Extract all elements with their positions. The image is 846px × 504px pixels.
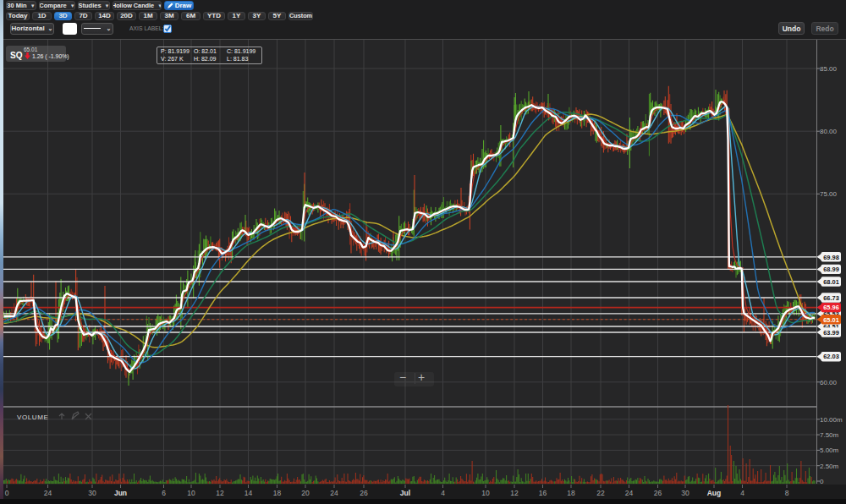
svg-text:75.00: 75.00: [820, 190, 838, 198]
svg-text:24: 24: [625, 489, 634, 497]
svg-text:8: 8: [785, 489, 789, 497]
svg-text:22: 22: [596, 489, 605, 497]
svg-text:80.00: 80.00: [820, 128, 838, 135]
svg-text:26: 26: [654, 489, 662, 497]
svg-text:65.01: 65.01: [823, 316, 839, 324]
svg-text:18: 18: [273, 489, 282, 497]
svg-text:63.99: 63.99: [823, 329, 839, 337]
svg-text:68.01: 68.01: [823, 278, 839, 286]
svg-text:62.03: 62.03: [823, 353, 839, 360]
svg-text:30: 30: [88, 489, 96, 497]
svg-text:69.98: 69.98: [823, 254, 839, 261]
svg-text:0: 0: [820, 478, 824, 485]
svg-text:Aug: Aug: [707, 489, 722, 497]
svg-text:65.96: 65.96: [823, 304, 839, 311]
svg-text:Jun: Jun: [114, 489, 127, 497]
svg-text:7.50m: 7.50m: [820, 431, 839, 439]
svg-text:24: 24: [330, 489, 338, 497]
svg-text:24: 24: [44, 489, 52, 497]
svg-text:60.00: 60.00: [820, 379, 838, 386]
svg-text:18: 18: [567, 489, 575, 497]
svg-text:85.00: 85.00: [820, 65, 838, 73]
svg-text:5.00m: 5.00m: [820, 446, 839, 454]
svg-text:16: 16: [539, 489, 547, 497]
svg-text:66.73: 66.73: [823, 294, 839, 302]
svg-text:20: 20: [301, 489, 310, 497]
svg-text:2.50m: 2.50m: [820, 463, 839, 470]
svg-text:12: 12: [216, 489, 224, 497]
svg-text:14: 14: [244, 489, 253, 497]
svg-text:12: 12: [510, 489, 519, 497]
svg-text:30: 30: [681, 489, 689, 497]
svg-text:10: 10: [481, 489, 490, 497]
svg-text:10.00m: 10.00m: [820, 416, 843, 424]
svg-text:Jul: Jul: [400, 489, 410, 497]
svg-text:26: 26: [360, 489, 368, 497]
svg-text:4: 4: [441, 489, 445, 497]
svg-text:10: 10: [187, 489, 195, 497]
svg-text:4: 4: [740, 489, 744, 497]
svg-text:68.99: 68.99: [823, 266, 839, 273]
svg-text:0: 0: [5, 489, 9, 497]
svg-text:6: 6: [162, 489, 166, 497]
svg-text:VOLUME: VOLUME: [17, 414, 48, 421]
